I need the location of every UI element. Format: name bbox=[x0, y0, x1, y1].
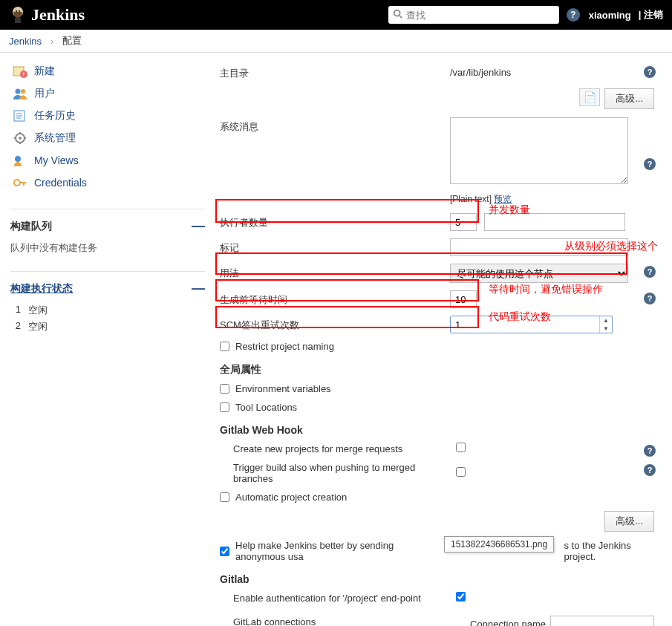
restrict-checkbox[interactable] bbox=[220, 342, 229, 351]
logo[interactable]: Jenkins bbox=[9, 4, 85, 25]
advanced-row: 📄 高级... bbox=[220, 84, 654, 114]
scm-spinner[interactable]: ▲ ▼ bbox=[450, 316, 613, 333]
logout-link[interactable]: | 注销 bbox=[639, 8, 663, 22]
user-link[interactable]: xiaoming bbox=[589, 10, 631, 21]
label-executors: 执行者数量 bbox=[220, 213, 450, 229]
help-icon[interactable]: ? bbox=[644, 464, 656, 476]
row-git-trigger: Trigger build also when pushing to merge… bbox=[233, 458, 654, 488]
row-git-auto: Automatic project creation bbox=[220, 488, 654, 506]
executors-input[interactable] bbox=[450, 213, 477, 231]
help-icon[interactable]: ? bbox=[644, 266, 656, 278]
help-icon[interactable]: ? bbox=[644, 158, 656, 170]
spin-up-icon[interactable]: ▲ bbox=[600, 316, 612, 325]
breadcrumb: Jenkins › 配置 bbox=[0, 30, 672, 53]
sidebar: + 新建 用户 任务历史 系统管理 My Views Credential bbox=[0, 53, 215, 626]
myviews-icon bbox=[12, 153, 28, 168]
row-restrict: Restrict project naming bbox=[220, 337, 654, 356]
sidebar-item-history[interactable]: 任务历史 bbox=[10, 105, 205, 127]
collapse-icon[interactable]: — bbox=[192, 281, 205, 296]
envvars-checkbox[interactable] bbox=[220, 384, 229, 394]
sysmsg-textarea[interactable] bbox=[450, 117, 628, 184]
breadcrumb-current: 配置 bbox=[62, 34, 82, 48]
advanced-button[interactable]: 高级... bbox=[604, 511, 654, 532]
advanced-row-2: 高级... bbox=[220, 506, 654, 536]
usage-stats-checkbox[interactable] bbox=[220, 547, 229, 556]
usage-select[interactable]: 尽可能的使用这个节点 bbox=[450, 264, 628, 283]
sidebar-item-label: Credentials bbox=[34, 177, 87, 189]
value-home: /var/lib/jenkins bbox=[450, 64, 511, 78]
notepad-icon[interactable]: 📄 bbox=[579, 88, 600, 106]
sidebar-item-label: 新建 bbox=[34, 65, 55, 78]
row-executors: 执行者数量 bbox=[220, 209, 654, 235]
row-gitlab-conn: GitLab connections Connection name bbox=[233, 607, 654, 626]
svg-point-22 bbox=[14, 180, 20, 186]
row-quiet: 生成前等待时间 ? bbox=[220, 287, 654, 312]
pane-title[interactable]: 构建执行状态 bbox=[10, 282, 73, 296]
preview-link[interactable]: 预览 bbox=[494, 194, 512, 204]
tooltip-filename: 1513822436686531.png bbox=[444, 536, 554, 552]
svg-point-16 bbox=[19, 137, 22, 140]
quiet-input[interactable] bbox=[450, 290, 477, 308]
help-icon[interactable]: ? bbox=[644, 66, 656, 78]
labels-input[interactable] bbox=[450, 238, 628, 256]
git-create-checkbox[interactable] bbox=[456, 443, 466, 452]
sidebar-item-manage[interactable]: 系统管理 bbox=[10, 127, 205, 149]
help-icon[interactable]: ? bbox=[567, 8, 580, 22]
row-sysmsg: 系统消息 [Plain text] 预览 ? bbox=[220, 114, 654, 209]
help-icon[interactable]: ? bbox=[644, 445, 656, 457]
sidebar-item-label: My Views bbox=[34, 154, 79, 166]
sidebar-item-credentials[interactable]: Credentials bbox=[10, 172, 205, 194]
label-quiet: 生成前等待时间 bbox=[220, 290, 450, 307]
row-envvars: Environment variables bbox=[220, 379, 654, 398]
git-trigger-checkbox[interactable] bbox=[456, 467, 466, 477]
spin-down-icon[interactable]: ▼ bbox=[600, 325, 612, 333]
scm-input[interactable] bbox=[451, 316, 599, 333]
svg-point-2 bbox=[16, 10, 17, 12]
plain-text-label: [Plain text] bbox=[450, 194, 492, 204]
breadcrumb-root[interactable]: Jenkins bbox=[9, 36, 42, 47]
executors-extra-input[interactable] bbox=[484, 213, 625, 231]
label-scm: SCM签出重试次数 bbox=[220, 316, 450, 332]
section-gitlab-hook: Gitlab Web Hook bbox=[220, 417, 654, 439]
advanced-button[interactable]: 高级... bbox=[604, 88, 654, 109]
gitlab-auth-checkbox[interactable] bbox=[456, 592, 466, 601]
queue-empty: 队列中没有构建任务 bbox=[10, 240, 205, 258]
row-usage: 用法 尽可能的使用这个节点 ? bbox=[220, 260, 654, 287]
label-labels: 标记 bbox=[220, 238, 450, 255]
collapse-icon[interactable]: — bbox=[192, 218, 205, 234]
svg-point-21 bbox=[15, 156, 21, 162]
executor-row: 2空闲 bbox=[10, 319, 205, 335]
chevron-right-icon: › bbox=[50, 36, 53, 47]
sidebar-item-people[interactable]: 用户 bbox=[10, 82, 205, 105]
restrict-label: Restrict project naming bbox=[235, 341, 334, 352]
build-queue-pane: 构建队列 — 队列中没有构建任务 bbox=[10, 209, 205, 258]
gitlab-auth-label: Enable authentication for '/project' end… bbox=[233, 593, 456, 604]
toolloc-checkbox[interactable] bbox=[220, 402, 229, 412]
main-form: 主目录 /var/lib/jenkins ? 📄 高级... 系统消息 [Pla… bbox=[215, 53, 672, 626]
label-home: 主目录 bbox=[220, 64, 450, 80]
new-icon: + bbox=[12, 64, 28, 79]
search-box[interactable] bbox=[388, 6, 559, 24]
svg-line-5 bbox=[399, 15, 402, 18]
sidebar-item-myviews[interactable]: My Views bbox=[10, 149, 205, 172]
git-auto-checkbox[interactable] bbox=[220, 492, 229, 502]
header: Jenkins ? xiaoming | 注销 bbox=[0, 0, 672, 30]
label-usage: 用法 bbox=[220, 264, 450, 280]
jenkins-icon bbox=[9, 4, 27, 25]
help-icon[interactable]: ? bbox=[644, 293, 656, 304]
search-input[interactable] bbox=[406, 10, 555, 21]
usage-stats-label: Help make Jenkins better by sending anon… bbox=[235, 540, 440, 562]
sidebar-item-label: 用户 bbox=[34, 87, 55, 100]
logo-text: Jenkins bbox=[31, 5, 85, 25]
executor-status-pane: 构建执行状态 — 1空闲 2空闲 bbox=[10, 271, 205, 335]
gitlab-conn-label: GitLab connections bbox=[233, 616, 456, 627]
svg-point-3 bbox=[19, 10, 20, 12]
svg-rect-1 bbox=[15, 18, 21, 23]
sidebar-item-new[interactable]: + 新建 bbox=[10, 60, 205, 82]
label-sysmsg: 系统消息 bbox=[220, 117, 450, 134]
sidebar-item-label: 系统管理 bbox=[34, 131, 76, 145]
conn-name-input[interactable] bbox=[550, 616, 654, 626]
executor-row: 1空闲 bbox=[10, 302, 205, 319]
row-git-create: Create new projects for merge requests ? bbox=[233, 439, 654, 458]
row-toolloc: Tool Locations bbox=[220, 398, 654, 417]
